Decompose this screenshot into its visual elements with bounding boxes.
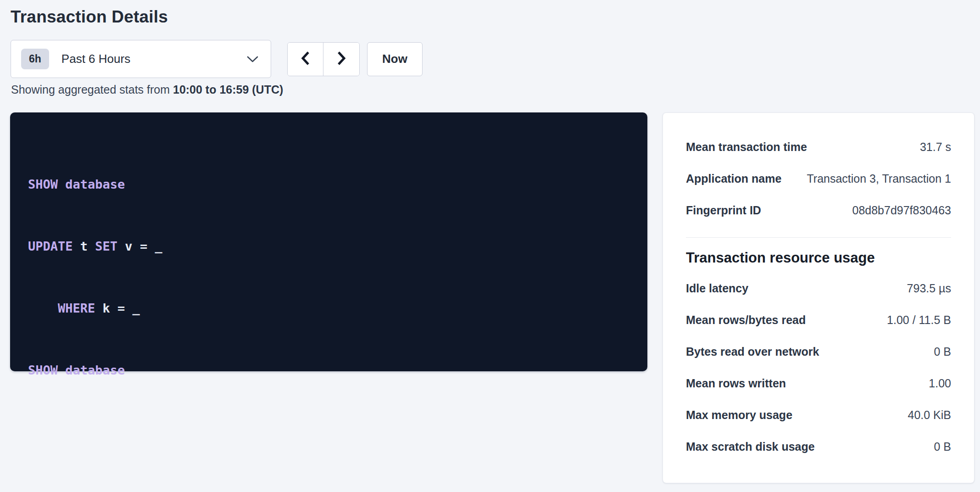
prev-interval-button[interactable] <box>288 43 323 76</box>
chevron-right-icon <box>335 50 347 67</box>
stat-value: 793.5 µs <box>907 282 951 295</box>
stat-row-bytes-read-over-network: Bytes read over network 0 B <box>686 336 951 368</box>
time-controls: 6h Past 6 Hours Now <box>11 40 423 78</box>
time-range-badge: 6h <box>21 49 49 69</box>
stat-value: 0 B <box>934 345 951 358</box>
stat-label: Application name <box>686 172 781 185</box>
stat-value: 1.00 <box>929 377 951 390</box>
stat-row-application-name: Application name Transaction 3, Transact… <box>686 163 951 195</box>
stat-label: Idle latency <box>686 282 748 295</box>
next-interval-button[interactable] <box>323 43 359 76</box>
stat-row-idle-latency: Idle latency 793.5 µs <box>686 273 951 304</box>
stat-row-fingerprint-id: Fingerprint ID 08d8b7d97f830463 <box>686 195 951 226</box>
stat-label: Max scratch disk usage <box>686 440 815 453</box>
transaction-sql-statements: SHOW database UPDATE t SET v = _ WHERE k… <box>10 112 647 371</box>
stat-row-max-memory-usage: Max memory usage 40.0 KiB <box>686 399 951 431</box>
stat-value: 0 B <box>934 440 951 453</box>
page-title: Transaction Details <box>11 7 168 27</box>
stat-label: Mean transaction time <box>686 140 807 154</box>
summary-prefix: Showing aggregated stats from <box>11 83 173 96</box>
stat-row-mean-rows-bytes-read: Mean rows/bytes read 1.00 / 11.5 B <box>686 304 951 336</box>
stat-value: 40.0 KiB <box>908 408 951 422</box>
stat-value: 08d8b7d97f830463 <box>852 204 951 217</box>
sql-line: SHOW database <box>28 174 634 195</box>
time-range-selected-label: Past 6 Hours <box>61 52 130 66</box>
stat-label: Bytes read over network <box>686 345 819 358</box>
stat-row-mean-transaction-time: Mean transaction time 31.7 s <box>686 131 951 163</box>
sql-line: SHOW database <box>28 360 634 380</box>
time-range-select[interactable]: 6h Past 6 Hours <box>11 40 271 78</box>
stat-label: Mean rows/bytes read <box>686 313 806 327</box>
stat-row-mean-rows-written: Mean rows written 1.00 <box>686 368 951 399</box>
transaction-stats-card: Mean transaction time 31.7 s Application… <box>663 112 974 483</box>
stat-label: Fingerprint ID <box>686 204 761 217</box>
chevron-left-icon <box>300 50 312 67</box>
resource-usage-heading: Transaction resource usage <box>686 250 951 266</box>
now-button[interactable]: Now <box>367 42 423 76</box>
chevron-down-icon <box>246 55 259 63</box>
summary-range: 10:00 to 16:59 (UTC) <box>173 83 283 96</box>
stat-value: 31.7 s <box>920 140 951 154</box>
sql-line: WHERE k = _ <box>28 298 634 319</box>
sql-line: UPDATE t SET v = _ <box>28 236 634 257</box>
stat-label: Mean rows written <box>686 377 786 390</box>
card-divider <box>686 237 951 238</box>
stat-row-max-scratch-disk-usage: Max scratch disk usage 0 B <box>686 431 951 463</box>
stat-value: 1.00 / 11.5 B <box>887 313 951 327</box>
stat-label: Max memory usage <box>686 408 792 422</box>
stat-value: Transaction 3, Transaction 1 <box>807 172 951 185</box>
aggregated-stats-summary: Showing aggregated stats from 10:00 to 1… <box>11 83 283 96</box>
time-step-buttons <box>287 42 360 76</box>
